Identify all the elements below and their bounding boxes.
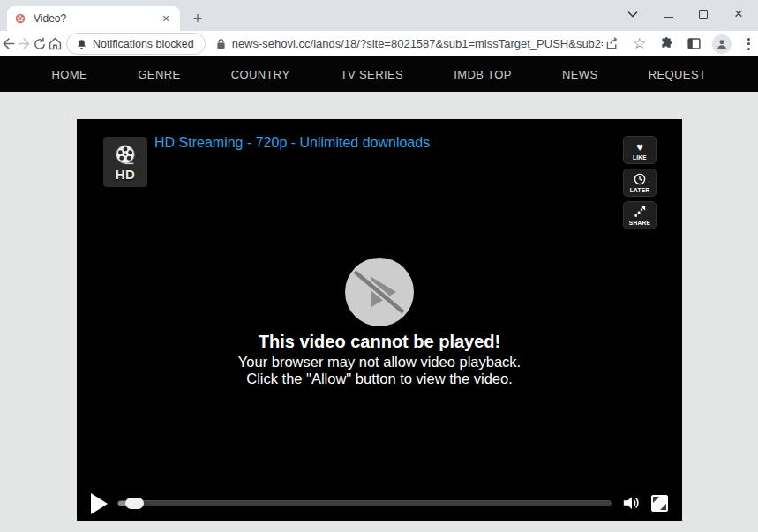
nav-item-news[interactable]: NEWS <box>562 68 598 81</box>
url-text[interactable]: news-sehovi.cc/lands/18/?site=8021587&su… <box>232 37 603 50</box>
share-icon <box>634 206 646 219</box>
video-title-link[interactable]: HD Streaming - 720p - Unlimited download… <box>154 135 430 151</box>
new-tab-button[interactable]: + <box>187 8 208 29</box>
window-controls: × <box>626 0 753 28</box>
clock-icon <box>634 173 646 186</box>
volume-icon[interactable] <box>622 494 642 515</box>
bell-blocked-icon <box>76 38 87 50</box>
nav-item-home[interactable]: HOME <box>52 68 88 81</box>
error-heading: This video cannot be played! <box>77 332 682 352</box>
error-line-2: Click the "Allow" button to view the vid… <box>77 371 682 387</box>
nav-item-tv-series[interactable]: TV SERIES <box>341 68 404 81</box>
minimize-button[interactable] <box>661 7 675 21</box>
like-label: LIKE <box>633 154 647 161</box>
play-button[interactable] <box>91 493 108 514</box>
site-nav: HOME GENRE COUNTRY TV SERIES IMDB TOP NE… <box>0 56 758 92</box>
profile-avatar[interactable] <box>712 34 732 54</box>
address-bar[interactable]: Notifications blocked news-sehovi.cc/lan… <box>66 33 603 56</box>
playback-blocked-icon <box>344 257 415 327</box>
nav-item-imdb-top[interactable]: IMDB TOP <box>454 68 512 81</box>
browser-toolbar: Notifications blocked news-sehovi.cc/lan… <box>0 31 758 56</box>
reload-icon[interactable] <box>33 33 47 56</box>
maximize-button[interactable] <box>696 7 710 21</box>
progress-thumb[interactable] <box>125 498 144 509</box>
tab-strip: Video? × + × <box>0 0 758 31</box>
video-player: HD HD Streaming - 720p - Unlimited downl… <box>77 119 682 521</box>
close-window-button[interactable]: × <box>732 7 746 21</box>
like-button[interactable]: ♥ LIKE <box>623 136 657 164</box>
back-icon[interactable] <box>1 33 16 56</box>
extensions-puzzle-icon[interactable] <box>657 34 677 54</box>
progress-bar[interactable] <box>117 500 612 506</box>
nav-item-country[interactable]: COUNTRY <box>231 68 290 81</box>
bookmark-star-icon[interactable]: ☆ <box>630 34 649 54</box>
browser-menu-icon[interactable] <box>739 34 758 54</box>
nav-item-request[interactable]: REQUEST <box>649 68 707 81</box>
forward-icon[interactable] <box>17 33 32 56</box>
error-line-1: Your browser may not allow video playbac… <box>77 354 682 371</box>
player-action-buttons: ♥ LIKE LATER SHARE <box>623 136 657 229</box>
later-button[interactable]: LATER <box>623 169 657 197</box>
lock-icon[interactable] <box>216 38 226 49</box>
home-icon[interactable] <box>48 33 63 56</box>
share-page-icon[interactable] <box>603 34 622 54</box>
tab-search-chevron-icon[interactable] <box>626 7 640 21</box>
side-panel-icon[interactable] <box>685 34 704 54</box>
tab-title: Video? <box>34 12 159 25</box>
toolbar-right-icons: ☆ <box>603 34 758 54</box>
share-button[interactable]: SHARE <box>623 201 657 229</box>
heart-icon: ♥ <box>636 140 643 154</box>
notifications-blocked-pill[interactable]: Notifications blocked <box>66 33 206 55</box>
browser-window: Video? × + × <box>0 0 758 532</box>
close-tab-icon[interactable]: × <box>159 11 173 26</box>
share-label: SHARE <box>629 220 650 226</box>
browser-tab[interactable]: Video? × <box>7 6 180 31</box>
thumbnail-hd-label: HD <box>116 167 136 182</box>
video-thumbnail[interactable]: HD <box>103 137 147 187</box>
tab-favicon <box>14 12 26 25</box>
notifications-blocked-label: Notifications blocked <box>93 38 194 50</box>
later-label: LATER <box>630 187 650 193</box>
fullscreen-icon[interactable] <box>651 495 668 512</box>
nav-item-genre[interactable]: GENRE <box>138 68 180 81</box>
film-reel-icon <box>112 142 139 169</box>
